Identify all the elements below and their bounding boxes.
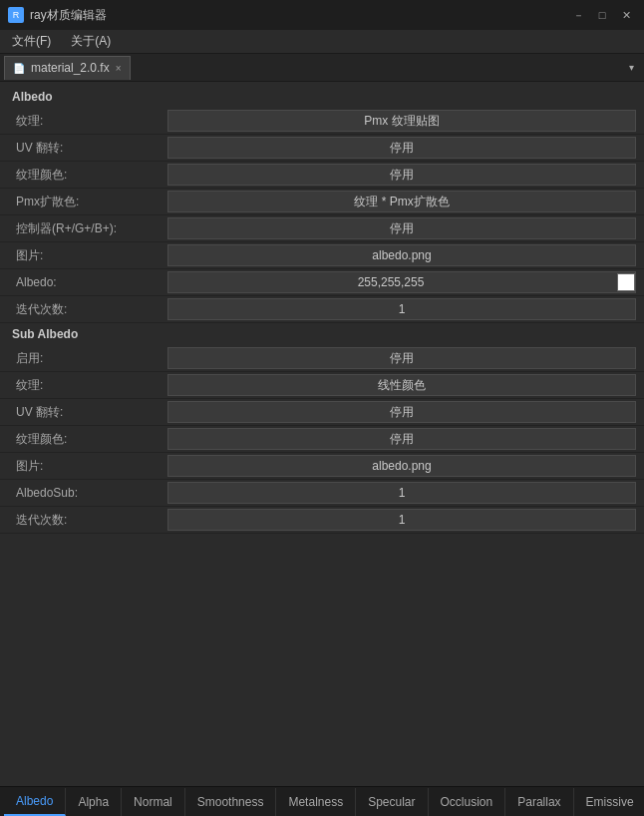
prop-row: 图片:albedo.png [0, 242, 644, 269]
tab-close-icon[interactable]: × [116, 63, 122, 74]
prop-row: 迭代次数:1 [0, 507, 644, 534]
prop-row: 纹理:线性颜色 [0, 372, 644, 399]
prop-value-text: 1 [168, 486, 635, 500]
prop-label: 纹理颜色: [8, 431, 167, 448]
content-area: Albedo 纹理:Pmx 纹理贴图UV 翻转:停用纹理颜色:停用Pmx扩散色:… [0, 82, 644, 786]
app-title: ray材质编辑器 [30, 7, 107, 24]
prop-value[interactable]: 线性颜色 [167, 374, 636, 396]
prop-value[interactable]: Pmx 纹理贴图 [167, 110, 636, 132]
prop-value-text: 停用 [168, 431, 635, 448]
prop-value-text: 1 [168, 513, 635, 527]
prop-label: 纹理: [8, 113, 167, 130]
prop-value[interactable]: 停用 [167, 217, 636, 239]
prop-value-text: 255,255,255 [168, 275, 613, 289]
bottom-tab-albedo[interactable]: Albedo [4, 788, 66, 816]
prop-value[interactable]: 停用 [167, 347, 636, 369]
prop-label: 图片: [8, 458, 167, 475]
tab-label: material_2.0.fx [31, 61, 110, 75]
active-tab[interactable]: 📄 material_2.0.fx × [4, 56, 131, 80]
sub-albedo-section-header: Sub Albedo [0, 323, 644, 345]
tab-dropdown-arrow[interactable]: ▾ [623, 62, 640, 73]
bottom-tabs-container: AlbedoAlphaNormalSmoothnessMetalnessSpec… [4, 788, 640, 816]
prop-value[interactable]: 停用 [167, 401, 636, 423]
title-bar-left: R ray材质编辑器 [8, 7, 107, 24]
prop-row: Albedo:255,255,255 [0, 269, 644, 296]
prop-row: Pmx扩散色:纹理 * Pmx扩散色 [0, 189, 644, 215]
prop-row: 图片:albedo.png [0, 453, 644, 480]
prop-row: 控制器(R+/G+/B+):停用 [0, 215, 644, 242]
prop-value-text: 1 [168, 302, 635, 316]
prop-row: 启用:停用 [0, 345, 644, 372]
prop-label: UV 翻转: [8, 140, 167, 157]
maximize-button[interactable]: □ [592, 7, 612, 23]
prop-value[interactable]: 停用 [167, 164, 636, 186]
bottom-tab-smoothness[interactable]: Smoothness [185, 788, 277, 816]
prop-value-text: 纹理 * Pmx扩散色 [168, 194, 635, 210]
prop-value[interactable]: 1 [167, 482, 636, 504]
albedo-rows: 纹理:Pmx 纹理贴图UV 翻转:停用纹理颜色:停用Pmx扩散色:纹理 * Pm… [0, 108, 644, 323]
bottom-tab-emissive[interactable]: Emissive [574, 788, 644, 816]
prop-label: 迭代次数: [8, 301, 167, 318]
prop-label: AlbedoSub: [8, 486, 167, 500]
app-icon: R [8, 7, 24, 23]
prop-value-text: 停用 [168, 350, 635, 367]
prop-value-text: 停用 [168, 220, 635, 237]
albedo-section-header: Albedo [0, 86, 644, 108]
bottom-tab-alpha[interactable]: Alpha [66, 788, 122, 816]
sub-albedo-rows: 启用:停用纹理:线性颜色UV 翻转:停用纹理颜色:停用图片:albedo.png… [0, 345, 644, 534]
prop-row: 纹理颜色:停用 [0, 426, 644, 453]
prop-value-text: 停用 [168, 167, 635, 184]
prop-row: 纹理颜色:停用 [0, 162, 644, 189]
close-button[interactable]: ✕ [616, 7, 636, 23]
bottom-tab-metalness[interactable]: Metalness [276, 788, 356, 816]
prop-value[interactable]: 1 [167, 298, 636, 320]
color-swatch[interactable] [617, 273, 635, 291]
prop-label: Pmx扩散色: [8, 194, 167, 210]
bottom-tab-specular[interactable]: Specular [356, 788, 428, 816]
prop-value-text: albedo.png [168, 459, 635, 473]
prop-row: UV 翻转:停用 [0, 135, 644, 162]
prop-row: 迭代次数:1 [0, 296, 644, 323]
bottom-tab-occlusion[interactable]: Occlusion [429, 788, 506, 816]
prop-label: UV 翻转: [8, 404, 167, 421]
prop-label: 纹理: [8, 377, 167, 394]
prop-value[interactable]: albedo.png [167, 244, 636, 266]
prop-row: UV 翻转:停用 [0, 399, 644, 426]
prop-label: 迭代次数: [8, 512, 167, 529]
prop-label: 启用: [8, 350, 167, 367]
menu-bar: 文件(F) 关于(A) [0, 30, 644, 54]
prop-row: AlbedoSub:1 [0, 480, 644, 507]
menu-about[interactable]: 关于(A) [67, 31, 115, 52]
prop-row: 纹理:Pmx 纹理贴图 [0, 108, 644, 135]
prop-label: 图片: [8, 247, 167, 264]
tab-bar: 📄 material_2.0.fx × ▾ [0, 54, 644, 82]
tab-file-icon: 📄 [13, 63, 25, 74]
bottom-tab-parallax[interactable]: Parallax [505, 788, 573, 816]
prop-value[interactable]: 停用 [167, 428, 636, 450]
prop-value[interactable]: 1 [167, 509, 636, 531]
prop-value-text: albedo.png [168, 248, 635, 262]
title-bar: R ray材质编辑器 － □ ✕ [0, 0, 644, 30]
bottom-tab-normal[interactable]: Normal [122, 788, 185, 816]
prop-value-text: 停用 [168, 140, 635, 157]
bottom-tab-bar: AlbedoAlphaNormalSmoothnessMetalnessSpec… [0, 786, 644, 816]
prop-label: 纹理颜色: [8, 167, 167, 184]
prop-value-text: 线性颜色 [168, 377, 635, 394]
prop-value[interactable]: 纹理 * Pmx扩散色 [167, 191, 636, 212]
menu-file[interactable]: 文件(F) [8, 31, 55, 52]
prop-label: 控制器(R+/G+/B+): [8, 220, 167, 237]
prop-value[interactable]: 255,255,255 [167, 271, 636, 293]
prop-value[interactable]: albedo.png [167, 455, 636, 477]
minimize-button[interactable]: － [568, 7, 588, 23]
prop-value-text: Pmx 纹理贴图 [168, 113, 635, 130]
title-bar-controls[interactable]: － □ ✕ [568, 7, 636, 23]
prop-value-text: 停用 [168, 404, 635, 421]
prop-value[interactable]: 停用 [167, 137, 636, 159]
prop-label: Albedo: [8, 275, 167, 289]
